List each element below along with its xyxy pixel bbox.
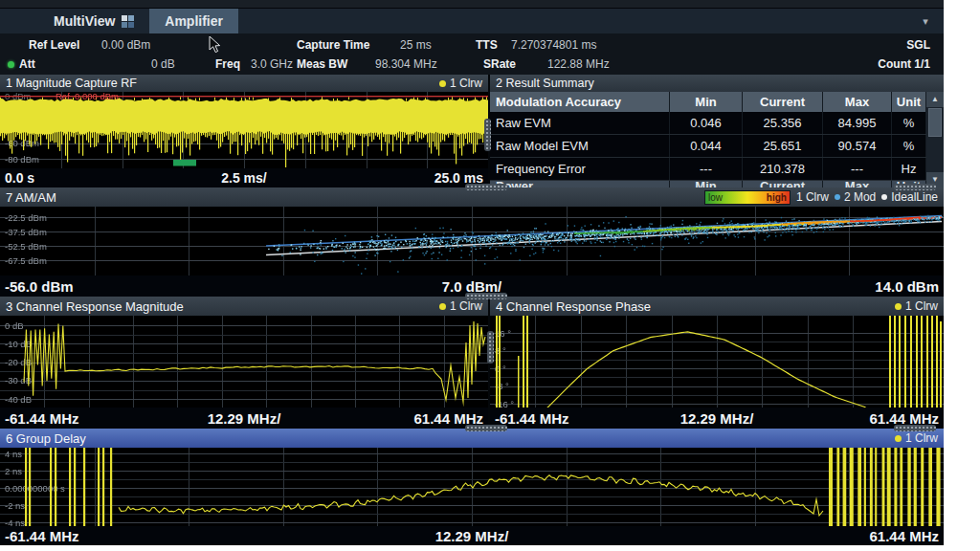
x-axis-stop: 61.44 MHz — [869, 528, 939, 544]
splitter-handle[interactable] — [465, 184, 507, 190]
panel-ch-mag-header[interactable]: 3 Channel Response Magnitude 1 Clrw — [0, 297, 488, 316]
ref-level-label[interactable]: Ref Level — [29, 38, 79, 52]
x-axis-start: -61.44 MHz — [5, 528, 79, 544]
legend-trace-2[interactable]: 2 Mod — [835, 190, 876, 204]
trace-dot-icon — [439, 80, 446, 87]
splitter-handle[interactable] — [487, 331, 494, 364]
table-row[interactable]: Raw Model EVM0.04425.65190.574% — [490, 135, 926, 158]
table-cell: 90.574 — [823, 135, 892, 157]
att-value[interactable]: 0 dB — [151, 57, 175, 71]
trace-label[interactable]: 1 Clrw — [895, 299, 938, 313]
channel-info-bar: Ref Level 0.00 dBm Capture Time 25 ms TT… — [0, 33, 944, 75]
panel-ch-phase-header[interactable]: 4 Channel Response Phase 1 Clrw — [490, 297, 944, 316]
multiview-grid-icon — [122, 15, 134, 28]
tab-multiview-label: MultiView — [54, 13, 115, 29]
splitter-handle[interactable] — [894, 425, 936, 431]
table-cell: Hz — [892, 158, 926, 180]
x-axis-per-div: 2.5 ms/ — [221, 170, 266, 186]
table-row[interactable]: Frequency Error---210.378---Hz — [490, 158, 926, 181]
channel-tab-bar: MultiView Amplifier ▾ — [0, 9, 944, 33]
freq-value[interactable]: 3.0 GHz — [251, 57, 293, 71]
splitter-handle[interactable] — [465, 425, 507, 431]
panel-result-summary: 2 Result Summary Modulation AccuracyMinC… — [490, 75, 944, 187]
panel-title: 6 Group Delay — [6, 431, 86, 446]
trace-dot-icon — [439, 303, 446, 310]
splitter-handle[interactable] — [465, 293, 507, 299]
trace-dot-icon — [895, 435, 902, 442]
panel-title: 3 Channel Response Magnitude — [6, 299, 184, 314]
att-label[interactable]: Att — [19, 57, 35, 71]
table-cell: % — [892, 112, 926, 134]
scroll-up-button[interactable]: ▲ — [926, 92, 944, 107]
scroll-thumb[interactable] — [928, 108, 942, 137]
panel-group-delay: 6 Group Delay 1 Clrw -61.44 MHz 12.29 MH… — [0, 429, 944, 545]
trace-label[interactable]: 1 Clrw — [439, 299, 482, 313]
meas-bw-label[interactable]: Meas BW — [297, 57, 347, 71]
channel-response-phase-plot — [490, 316, 944, 408]
panel-result-summary-header[interactable]: 2 Result Summary — [490, 75, 944, 92]
mod-trace-dot-icon — [835, 194, 840, 200]
ideal-trace-dot-icon — [881, 194, 887, 200]
am-am-plot — [0, 207, 944, 276]
capture-time-label[interactable]: Capture Time — [297, 38, 369, 52]
x-axis-per-div: 12.29 MHz/ — [208, 410, 281, 427]
table-cell: % — [892, 135, 926, 157]
x-axis-per-div: 12.29 MHz/ — [435, 528, 509, 544]
freq-label[interactable]: Freq — [215, 57, 240, 71]
splitter-handle[interactable] — [484, 119, 491, 151]
panel-am-am-header[interactable]: 7 AM/AM low high 1 Clrw 2 Mod — [0, 187, 944, 207]
table-row[interactable]: Raw EVM0.04625.35684.995% — [490, 112, 926, 135]
x-axis-stop: 61.44 MHz — [413, 410, 483, 427]
x-axis-stop: 61.44 MHz — [869, 410, 939, 427]
tab-multiview[interactable]: MultiView — [38, 9, 149, 33]
table-cell: Modulation Accuracy — [490, 92, 670, 112]
magnitude-capture-x-axis: 0.0 s 2.5 ms/ 25.0 ms — [0, 168, 488, 187]
panel-am-am: 7 AM/AM low high 1 Clrw 2 Mod — [0, 187, 944, 297]
ch-phase-x-axis: -61.44 MHz 12.29 MHz/ 61.44 MHz — [490, 408, 944, 429]
ref-level-value[interactable]: 0.00 dBm — [101, 38, 150, 52]
table-cell: 210.378 — [743, 158, 823, 180]
tts-value[interactable]: 7.270374801 ms — [511, 38, 596, 52]
panel-magnitude-capture-header[interactable]: 1 Magnitude Capture RF 1 Clrw — [0, 75, 488, 92]
x-axis-start: -61.44 MHz — [495, 410, 569, 427]
table-cell: Min — [670, 92, 743, 112]
magnitude-capture-plot — [0, 92, 488, 168]
analyzer-screen: MultiView Amplifier ▾ Ref Level 0.00 dBm… — [0, 0, 944, 545]
table-cell: --- — [823, 158, 892, 180]
table-scrollbar[interactable]: ▲ ▼ — [926, 92, 944, 187]
splitter-handle[interactable] — [894, 184, 936, 190]
panel-title: 1 Magnitude Capture RF — [6, 77, 137, 90]
x-axis-per-div: 7.0 dBm/ — [442, 278, 502, 295]
tab-amplifier-label: Amplifier — [165, 13, 223, 29]
x-axis-start: -56.0 dBm — [5, 278, 74, 295]
srate-value[interactable]: 122.88 MHz — [547, 57, 610, 71]
capture-time-value[interactable]: 25 ms — [400, 38, 432, 52]
table-cell: Raw EVM — [490, 112, 670, 134]
panel-channel-response-phase: 4 Channel Response Phase 1 Clrw -61.44 M… — [490, 297, 944, 429]
mouse-cursor-icon — [209, 36, 221, 54]
count-badge[interactable]: Count 1/1 — [878, 57, 930, 71]
table-cell: Frequency Error — [490, 158, 670, 180]
legend-trace-1[interactable]: 1 Clrw — [796, 190, 829, 204]
table-cell: 25.651 — [743, 135, 823, 157]
table-cell: Unit — [892, 92, 926, 112]
trace-dot-icon — [895, 303, 902, 310]
table-cell: --- — [670, 158, 743, 180]
srate-label[interactable]: SRate — [483, 57, 516, 71]
x-axis-start: 0.0 s — [5, 170, 34, 186]
group-delay-plot — [0, 448, 944, 526]
panel-channel-response-magnitude: 3 Channel Response Magnitude 1 Clrw -61.… — [0, 297, 488, 429]
tab-list-dropdown-icon[interactable]: ▾ — [917, 12, 934, 30]
tts-label[interactable]: TTS — [476, 38, 498, 52]
sgl-badge[interactable]: SGL — [906, 38, 930, 52]
x-axis-start: -61.44 MHz — [5, 410, 79, 427]
panel-group-delay-header[interactable]: 6 Group Delay 1 Clrw — [0, 429, 944, 448]
table-cell: 25.356 — [743, 112, 823, 134]
panel-magnitude-capture: 1 Magnitude Capture RF 1 Clrw 0.0 s 2.5 … — [0, 75, 488, 187]
tab-amplifier[interactable]: Amplifier — [149, 9, 238, 33]
meas-bw-value[interactable]: 98.304 MHz — [375, 57, 437, 71]
trace-label[interactable]: 1 Clrw — [895, 431, 938, 445]
legend-trace-ideal[interactable]: IdealLine — [881, 190, 938, 204]
x-axis-stop: 14.0 dBm — [875, 278, 939, 295]
trace-label[interactable]: 1 Clrw — [439, 77, 482, 90]
